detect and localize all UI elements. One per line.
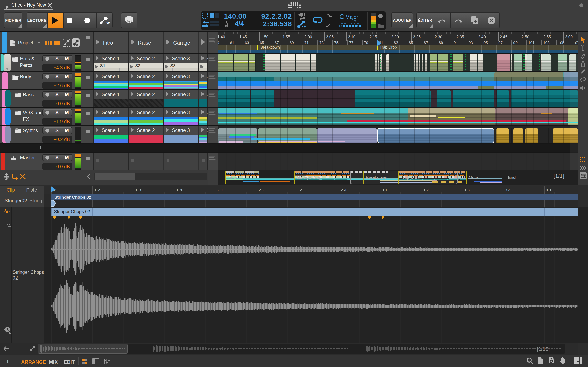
svg-text:w: w [106,20,110,25]
